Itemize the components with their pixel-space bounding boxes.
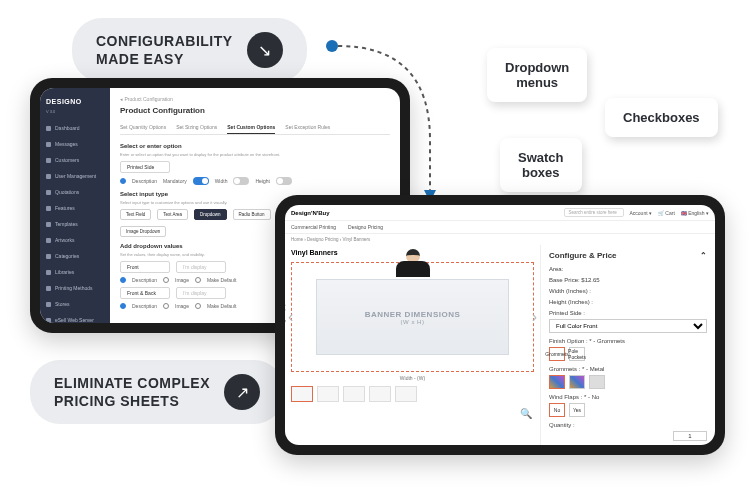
breadcrumb[interactable]: Home › Designo Pricing › Vinyl Banners — [285, 234, 715, 245]
card-checkboxes: Checkboxes — [605, 98, 718, 137]
banner-preview: BANNER DIMENSIONS (W x H) — [316, 279, 509, 355]
next-arrow-icon[interactable]: › — [532, 308, 537, 326]
card-dropdown: Dropdown menus — [487, 48, 587, 102]
swatch-opt2[interactable] — [569, 375, 585, 389]
desc-radio[interactable] — [120, 178, 126, 184]
product-stage: ‹ BANNER DIMENSIONS (W x H) › Width - (W… — [291, 262, 534, 372]
account-link[interactable]: Account ▾ — [630, 210, 652, 216]
tab[interactable]: Set Sizing Options — [176, 121, 217, 134]
width-toggle[interactable] — [233, 177, 249, 185]
swatch-wind-no[interactable]: No — [549, 403, 565, 417]
input-type-chip[interactable]: Dropdown — [194, 209, 227, 220]
admin-sidebar: DESIGNO V 3.0 DashboardMessagesCustomers… — [40, 88, 110, 323]
cart-link[interactable]: 🛒 Cart — [658, 210, 675, 216]
sidebar-item[interactable]: Artworks — [40, 232, 110, 248]
thumbnail[interactable] — [291, 386, 313, 402]
search-input[interactable]: Search entire store here — [564, 208, 624, 217]
path-arrow-icon — [270, 40, 450, 210]
input-type-chip[interactable]: Image Dropdown — [120, 226, 166, 237]
prev-arrow-icon[interactable]: ‹ — [288, 308, 293, 326]
value-field-1[interactable]: Front — [120, 261, 170, 273]
sidebar-item[interactable]: Features — [40, 200, 110, 216]
collapse-icon[interactable]: ⌃ — [700, 251, 707, 260]
sidebar-item[interactable]: Dashboard — [40, 120, 110, 136]
sidebar-item[interactable]: eSell Web Server — [40, 312, 110, 323]
svg-point-0 — [326, 40, 338, 52]
store-tablet: Design'N'Buy Search entire store here Ac… — [275, 195, 725, 455]
sidebar-item[interactable]: Templates — [40, 216, 110, 232]
printed-side-select[interactable]: Full Color Front — [549, 319, 707, 333]
store-topbar: Design'N'Buy Search entire store here Ac… — [285, 205, 715, 221]
sidebar-item[interactable]: Stores — [40, 296, 110, 312]
thumbnail[interactable] — [395, 386, 417, 402]
option-name-field[interactable]: Printed Side — [120, 161, 170, 173]
sidebar-item[interactable]: Messages — [40, 136, 110, 152]
card-swatch: Swatch boxes — [500, 138, 582, 192]
config-badge-text: CONFIGURABILITY MADE EASY — [96, 32, 233, 68]
input-type-chip[interactable]: Text Area — [157, 209, 188, 220]
eliminate-badge: ELIMINATE COMPLEX PRICING SHEETS ↗ — [30, 360, 284, 424]
sidebar-item[interactable]: Categories — [40, 248, 110, 264]
value-field-2[interactable]: Front & Back — [120, 287, 170, 299]
swatch-grommets[interactable]: Grommets — [549, 347, 565, 361]
admin-logo: DESIGNO — [40, 94, 110, 109]
menu-commercial[interactable]: Commercial Printing — [291, 224, 336, 230]
swatch-metal[interactable] — [549, 375, 565, 389]
mandatory-toggle[interactable] — [193, 177, 209, 185]
configure-title: Configure & Price⌃ — [549, 251, 707, 260]
menu-designo[interactable]: Designo Pricing — [348, 224, 383, 230]
input-type-chip[interactable]: Text Field — [120, 209, 151, 220]
swatch-wind-yes[interactable]: Yes — [569, 403, 585, 417]
thumbnail-row — [291, 386, 534, 402]
sidebar-item[interactable]: Quotations — [40, 184, 110, 200]
eliminate-badge-text: ELIMINATE COMPLEX PRICING SHEETS — [54, 374, 210, 410]
sidebar-item[interactable]: Customers — [40, 152, 110, 168]
swatch-pole[interactable]: Pole Pockets — [569, 347, 585, 361]
store-menu: Commercial Printing Designo Pricing — [285, 221, 715, 234]
sidebar-item[interactable]: User Management — [40, 168, 110, 184]
qty-input[interactable]: 1 — [673, 431, 707, 441]
model-icon — [391, 249, 435, 283]
sidebar-item[interactable]: Libraries — [40, 264, 110, 280]
thumbnail[interactable] — [369, 386, 391, 402]
input-type-chip[interactable]: Radio Button — [233, 209, 271, 220]
lang-select[interactable]: 🇬🇧 English ▾ — [681, 210, 709, 216]
tab[interactable]: Set Quantity Options — [120, 121, 166, 134]
swatch-opt3[interactable] — [589, 375, 605, 389]
zoom-icon[interactable]: 🔍 — [520, 408, 532, 419]
configure-panel: Configure & Price⌃ Area: Base Price: $12… — [540, 245, 715, 445]
sidebar-item[interactable]: Printing Methods — [40, 280, 110, 296]
arrow-up-right-icon: ↗ — [224, 374, 260, 410]
store-logo: Design'N'Buy — [291, 210, 330, 216]
thumbnail[interactable] — [317, 386, 339, 402]
thumbnail[interactable] — [343, 386, 365, 402]
tab[interactable]: Set Custom Options — [227, 121, 275, 134]
